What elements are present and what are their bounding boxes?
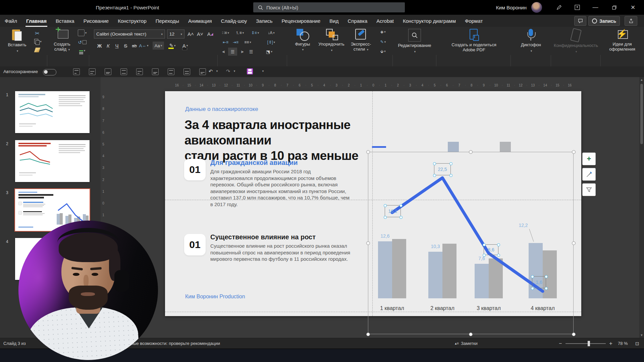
label-selection-handle[interactable] bbox=[545, 287, 548, 290]
design-ideas-button[interactable]: ⚡ Идеи дляоформления bbox=[604, 29, 641, 52]
fit-slide-button[interactable]: ⊡ bbox=[635, 341, 639, 346]
chart-resize-handle[interactable] bbox=[572, 333, 576, 336]
notes-button[interactable]: ▴≡ Заметки bbox=[455, 341, 478, 346]
label-selection-handle[interactable] bbox=[497, 254, 500, 257]
zoom-slider-track[interactable] bbox=[566, 343, 606, 344]
increase-indent-button[interactable]: ⇥≡ bbox=[231, 38, 240, 46]
tab-главная[interactable]: Главная bbox=[26, 18, 47, 24]
zoom-percent[interactable]: 78 % bbox=[618, 341, 628, 346]
reset-slide-button[interactable]: ↺ bbox=[76, 40, 88, 45]
user-avatar[interactable] bbox=[531, 2, 542, 13]
qat-overflow-button[interactable]: ▾ bbox=[260, 69, 265, 73]
label-selection-handle[interactable] bbox=[399, 204, 402, 207]
font-size-select[interactable]: 12▾ bbox=[167, 29, 184, 39]
italic-button[interactable]: К bbox=[104, 42, 112, 50]
label-selection-handle[interactable] bbox=[483, 254, 486, 257]
bar-series2-q2[interactable] bbox=[442, 244, 457, 298]
new-slide-button[interactable]: Создатьслайд ▾ bbox=[50, 29, 74, 52]
shapes-button[interactable]: Фигуры▾ bbox=[290, 29, 315, 52]
shape-effects-button[interactable]: ⬙▾ bbox=[376, 49, 390, 54]
label-selection-handle[interactable] bbox=[483, 243, 486, 246]
label-selection-handle[interactable] bbox=[433, 174, 436, 177]
text-shadow-button[interactable]: ab bbox=[130, 42, 139, 50]
tab-конструктор-диаграмм[interactable]: Конструктор диаграмм bbox=[403, 18, 456, 24]
chart-resize-handle[interactable] bbox=[366, 333, 370, 336]
tab-вставка[interactable]: Вставка bbox=[56, 18, 74, 24]
redo-dropdown[interactable]: ▾ bbox=[232, 69, 236, 73]
label-selection-handle[interactable] bbox=[399, 216, 402, 219]
change-case-button[interactable]: Aa▾ bbox=[153, 42, 164, 50]
bar-series2-q1[interactable] bbox=[392, 239, 406, 298]
bar-series1-q1[interactable] bbox=[378, 241, 392, 298]
bar-series2-q4[interactable] bbox=[543, 250, 557, 298]
line-label-box-q4[interactable]: 1,6 bbox=[532, 276, 546, 288]
label-selection-handle[interactable] bbox=[449, 174, 452, 177]
bar-series1-q4[interactable] bbox=[529, 243, 543, 298]
chart-resize-handle[interactable] bbox=[572, 150, 576, 154]
font-color-button[interactable]: А▾ bbox=[180, 42, 190, 50]
tab-переходы[interactable]: Переходы bbox=[156, 18, 179, 24]
paste-button[interactable]: Вставить▾ bbox=[6, 29, 28, 54]
align-text-button[interactable]: [⇕]▾ bbox=[267, 38, 275, 46]
block2-number[interactable]: 01 bbox=[184, 234, 206, 255]
cut-button[interactable]: ✂ bbox=[33, 30, 42, 37]
align-right-button[interactable]: ⫸ bbox=[238, 48, 247, 56]
line-label-box-q1[interactable]: 16,1 bbox=[385, 205, 401, 217]
tab-файл[interactable]: Файл bbox=[5, 18, 17, 24]
vertical-scrollbar[interactable]: ▲ ▼ bbox=[639, 77, 644, 338]
tab-конструктор[interactable]: Конструктор bbox=[118, 18, 147, 24]
qat-custom-button-7[interactable] bbox=[168, 68, 174, 75]
chart-filters-button[interactable] bbox=[582, 183, 596, 196]
line-label-box-q2[interactable]: 22,5 bbox=[434, 163, 451, 175]
scroll-down-icon[interactable]: ▼ bbox=[639, 334, 644, 337]
close-button[interactable]: ✕ bbox=[625, 0, 641, 15]
redo-button[interactable]: ↷ bbox=[224, 68, 232, 74]
minimize-button[interactable]: — bbox=[588, 0, 603, 15]
chart-resize-handle[interactable] bbox=[572, 241, 576, 245]
block2-body[interactable]: Существенное влияние на рост российского… bbox=[210, 243, 351, 262]
chart-resize-handle[interactable] bbox=[366, 241, 370, 245]
block1-body[interactable]: Для гражданской авиации России 2018 год … bbox=[210, 168, 351, 207]
quick-styles-button[interactable]: Экспресс-стили ▾ bbox=[348, 29, 374, 52]
slide-thumbnail-2[interactable] bbox=[15, 140, 90, 182]
align-center-button[interactable]: ☰ bbox=[228, 48, 237, 56]
tab-вид[interactable]: Вид bbox=[329, 18, 338, 24]
user-name[interactable]: Ким Воронин bbox=[496, 0, 527, 15]
highlight-color-button[interactable]: ✎▾ bbox=[167, 42, 178, 50]
section-button[interactable]: ▾ bbox=[76, 49, 88, 52]
slide-eyebrow[interactable]: Данные о пассажиропотоке bbox=[185, 106, 258, 113]
chart-object[interactable]: 12,61 квартал10,32 квартал7,63 квартал12… bbox=[368, 152, 574, 334]
shape-fill-button[interactable]: ◈▾ bbox=[376, 29, 390, 34]
tab-рецензирование[interactable]: Рецензирование bbox=[282, 18, 321, 24]
qat-custom-button-3[interactable] bbox=[105, 68, 111, 75]
columns-button[interactable]: ≡≡▾ bbox=[244, 38, 252, 46]
zoom-out-button[interactable]: − bbox=[559, 341, 562, 347]
autosave-toggle[interactable] bbox=[43, 69, 56, 75]
block1-heading[interactable]: Для гражданской авиации bbox=[210, 159, 355, 167]
label-selection-handle[interactable] bbox=[384, 216, 387, 219]
line-label-box-q3[interactable]: 8,6 bbox=[484, 244, 498, 255]
chart-resize-handle[interactable] bbox=[469, 333, 473, 336]
share-button[interactable] bbox=[625, 16, 637, 26]
ribbon-display-icon[interactable] bbox=[570, 0, 585, 15]
qat-custom-button-5[interactable] bbox=[136, 68, 143, 75]
label-selection-handle[interactable] bbox=[449, 162, 452, 165]
qat-custom-button-9[interactable] bbox=[199, 68, 206, 75]
text-direction-button[interactable]: ↓A▾ bbox=[267, 29, 275, 37]
label-selection-handle[interactable] bbox=[545, 275, 548, 278]
chart-resize-handle[interactable] bbox=[469, 150, 473, 154]
scroll-up-icon[interactable]: ▲ bbox=[639, 77, 644, 81]
qat-custom-button-1[interactable] bbox=[73, 68, 80, 75]
tab-слайд-шоу[interactable]: Слайд-шоу bbox=[221, 18, 247, 24]
scrollbar-thumb[interactable] bbox=[640, 84, 643, 144]
tab-формат[interactable]: Формат bbox=[465, 18, 483, 24]
grow-font-button[interactable]: A˄ bbox=[186, 30, 195, 38]
shape-outline-button[interactable]: ✎▾ bbox=[376, 40, 390, 44]
copy-button[interactable]: ▾ bbox=[32, 39, 44, 44]
bar-series1-q3[interactable] bbox=[475, 264, 489, 298]
tab-анимация[interactable]: Анимация bbox=[188, 18, 212, 24]
label-selection-handle[interactable] bbox=[433, 162, 436, 165]
shrink-font-button[interactable]: A˅ bbox=[196, 30, 204, 38]
horizontal-ruler[interactable]: 16·15·14·13·12·11·10·9·8·7·6·5·4·3·2·1·0… bbox=[107, 82, 643, 89]
qat-custom-button-2[interactable] bbox=[89, 68, 96, 75]
